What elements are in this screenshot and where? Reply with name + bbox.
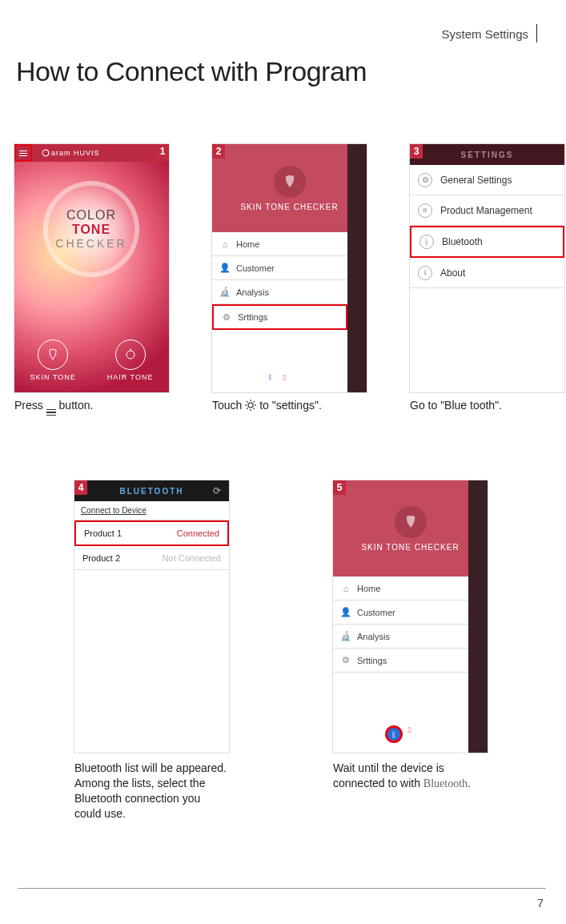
bluetooth-icon: ᛒ [268,373,278,383]
hair-tone-label: HAIR TONE [107,373,154,381]
footer-rule [18,888,546,889]
gear-icon: ⚙ [341,656,351,665]
gear-icon: ⚙ [418,173,432,187]
gear-icon: ⚙ [222,312,231,322]
person-icon: 👤 [220,263,230,273]
step-number-3: 3 [410,144,423,159]
step2-caption: Touch to "settings". [212,399,367,412]
brand-logo: aram HUVIS [42,149,100,157]
gear-icon [245,399,256,412]
menu-item-analysis[interactable]: 🔬Analysis [212,280,347,304]
step-5: 5 SKIN TONE CHECKER ⌂Home 👤Customer 🔬Ana… [333,480,488,822]
svg-point-3 [248,403,253,408]
phone2-footer: ᛒ ▯ [212,373,347,383]
phone2-title: SKIN TONE CHECKER [240,203,338,211]
steps-row-1: 1 aram HUVIS COLOR TONE CHECKER [14,144,564,416]
bluetooth-header: BLUETOOTH ⟳ [74,480,229,501]
step-4: 4 BLUETOOTH ⟳ Connect to Device Product … [74,480,229,822]
menu-item-analysis[interactable]: 🔬Analysis [333,625,468,649]
settings-item-product[interactable]: ≡Product Management [410,195,564,226]
settings-item-about[interactable]: iAbout [410,258,564,288]
phone1-body: COLOR TONE CHECKER SKIN TONE [14,162,169,392]
device-name: Product 1 [84,528,122,538]
menu-item-home[interactable]: ⌂Home [212,232,347,256]
step-1: 1 aram HUVIS COLOR TONE CHECKER [14,144,169,416]
step5-caption: Wait until the device is connected to wi… [333,761,488,792]
page-number: 7 [537,896,544,910]
phone5-right-edge [468,480,488,753]
logo-word-3: CHECKER [55,237,126,250]
device-row-1[interactable]: Product 1 Connected [74,520,229,546]
side-menu: ⌂Home 👤Customer 🔬Analysis ⚙Srttings [212,232,347,330]
hair-tone-button[interactable]: HAIR TONE [107,339,154,381]
menu-item-settings[interactable]: ⚙Srttings [212,304,347,330]
settings-list: ⚙General Settings ≡Product Management ᛒB… [410,165,564,288]
home-icon: ⌂ [220,239,230,249]
svg-line-8 [247,401,248,403]
phone5-footer: ᛒ ▯ [333,725,468,743]
color-tone-ring: COLOR TONE CHECKER [43,181,139,277]
svg-line-9 [254,408,255,410]
step-number-2: 2 [212,144,225,159]
settings-header: SETTINGS [410,144,564,165]
microscope-icon: 🔬 [220,287,230,297]
logo-word-1: COLOR [55,208,126,223]
side-menu: ⌂Home 👤Customer 🔬Analysis ⚙Srttings [333,576,468,673]
mask-icon [395,506,427,538]
menu-item-customer[interactable]: 👤Customer [212,256,347,280]
settings-item-bluetooth[interactable]: ᛒBluetooth [410,226,564,258]
settings-item-general[interactable]: ⚙General Settings [410,165,564,195]
step3-caption: Go to "Blue tooth". [410,399,564,412]
bluetooth-icon: ᛒ [419,235,434,249]
bluetooth-connected-icon: ᛒ [385,725,403,743]
phone-2: 2 SKIN TONE CHECKER ⌂Home 👤Customer 🔬Ana… [212,144,367,392]
step1-caption: Press button. [14,399,169,416]
step-number-1: 1 [156,144,169,159]
phone-3: 3 SETTINGS ⚙General Settings ≡Product Ma… [410,144,564,392]
mask-icon [274,166,306,198]
battery-icon: ▯ [407,725,417,735]
menu-item-customer[interactable]: 👤Customer [333,601,468,625]
mask-icon [38,339,68,370]
hair-icon [115,339,146,370]
device-row-2[interactable]: Product 2 Not Connected [74,546,229,570]
bluetooth-word: Bluetooth [423,777,468,789]
svg-point-1 [126,351,134,359]
skin-tone-button[interactable]: SKIN TONE [30,339,76,381]
phone5-title: SKIN TONE CHECKER [361,543,459,552]
step-number-5: 5 [333,480,346,495]
refresh-icon[interactable]: ⟳ [213,485,223,496]
menu-icon [46,409,56,416]
step-number-4: 4 [74,480,87,495]
phone-1: 1 aram HUVIS COLOR TONE CHECKER [14,144,169,392]
page-title: How to Connect with Program [16,56,367,87]
phone1-topbar: aram HUVIS [14,144,169,162]
phone-5: 5 SKIN TONE CHECKER ⌂Home 👤Customer 🔬Ana… [333,480,488,753]
phone-4: 4 BLUETOOTH ⟳ Connect to Device Product … [74,480,229,753]
step-3: 3 SETTINGS ⚙General Settings ≡Product Ma… [410,144,564,416]
step-2: 2 SKIN TONE CHECKER ⌂Home 👤Customer 🔬Ana… [212,144,367,416]
phone2-header: SKIN TONE CHECKER [212,144,367,232]
phone5-header: SKIN TONE CHECKER [333,480,488,576]
svg-line-11 [254,401,255,403]
connect-to-device-label: Connect to Device [74,501,229,520]
device-status: Not Connected [163,553,221,563]
menu-button[interactable] [14,144,32,162]
menu-item-settings[interactable]: ⚙Srttings [333,649,468,673]
microscope-icon: 🔬 [341,632,351,641]
battery-icon: ▯ [283,373,292,383]
menu-item-home[interactable]: ⌂Home [333,576,468,601]
list-icon: ≡ [418,203,432,218]
steps-row-2: 4 BLUETOOTH ⟳ Connect to Device Product … [74,480,488,822]
logo-word-2: TONE [55,223,126,237]
person-icon: 👤 [341,608,351,617]
device-name: Product 2 [82,553,120,563]
skin-tone-label: SKIN TONE [30,373,76,381]
step4-caption: Bluetooth list will be appeared. Among t… [74,761,229,822]
home-icon: ⌂ [341,584,351,593]
info-icon: i [418,266,432,280]
phone2-right-edge [347,144,367,392]
section-header: System Settings [442,24,537,42]
device-status: Connected [177,528,219,538]
svg-line-10 [247,408,248,410]
